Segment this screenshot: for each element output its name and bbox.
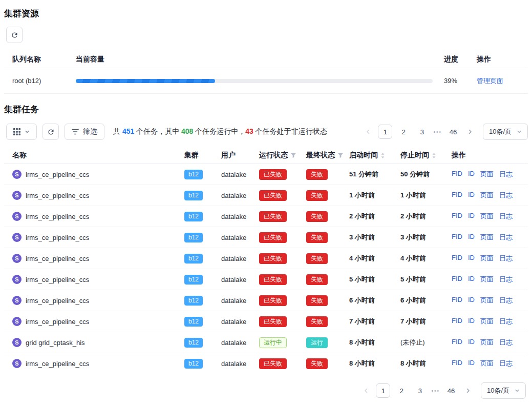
capacity-progress-fill [76,79,215,83]
task-name-cell: S irms_ce_pipeline_ccs [12,296,184,305]
tasks-refresh-button[interactable] [42,124,59,140]
action-link-page[interactable]: 页面 [480,359,494,368]
action-link-page[interactable]: 页面 [480,338,494,347]
action-link-fid[interactable]: FID [452,233,462,242]
action-link-log[interactable]: 日志 [499,359,513,368]
action-link-fid[interactable]: FID [452,317,462,326]
action-link-id[interactable]: ID [468,317,475,326]
pagination-ellipsis[interactable]: ••• [431,388,440,394]
task-actions: FIDID页面日志 [452,170,520,179]
pagination-page-46[interactable]: 46 [444,383,458,398]
action-link-id[interactable]: ID [468,170,475,179]
resources-refresh-button[interactable] [6,27,23,43]
pagination-next[interactable] [462,383,474,398]
action-link-fid[interactable]: FID [452,212,462,221]
task-actions: FIDID页面日志 [452,338,520,347]
action-link-page[interactable]: 页面 [480,212,494,221]
spark-avatar: S [12,191,22,200]
page-size-select[interactable]: 10条/页 [483,124,528,140]
sorter-icon[interactable] [432,152,436,159]
chevron-down-icon [25,129,30,134]
pagination-prev[interactable] [360,383,372,398]
final-status-badge: 失败 [306,316,328,327]
action-link-log[interactable]: 日志 [499,275,513,284]
pagination-page-1[interactable]: 1 [378,125,392,139]
task-actions: FIDID页面日志 [452,233,520,242]
cluster-badge: b12 [184,170,203,179]
action-link-fid[interactable]: FID [452,191,462,200]
col-cluster: 集群 [184,151,221,160]
view-options-button[interactable] [6,124,37,140]
action-link-log[interactable]: 日志 [499,296,513,305]
stop-time: 5 小时前 [400,275,452,284]
task-name-cell: S irms_ce_pipeline_ccs [12,170,184,179]
action-link-id[interactable]: ID [468,296,475,305]
task-name-cell: S irms_ce_pipeline_ccs [12,233,184,242]
run-status-badge: 已失败 [259,190,287,201]
pagination-prev[interactable] [363,125,374,139]
cluster-resources-title: 集群资源 [4,8,528,19]
resources-table-header: 队列名称 当前容量 进度 操作 [4,51,528,68]
spark-avatar: S [12,275,22,284]
pagination-page-1[interactable]: 1 [376,383,390,398]
action-link-log[interactable]: 日志 [499,338,513,347]
spark-avatar: S [12,296,22,305]
action-link-id[interactable]: ID [468,359,475,368]
action-link-page[interactable]: 页面 [480,233,494,242]
pagination-ellipsis[interactable]: ••• [433,129,442,135]
pagination-page-2[interactable]: 2 [394,383,409,398]
running-count: 408 [181,127,193,135]
start-time: 3 小时前 [349,233,400,242]
action-link-fid[interactable]: FID [452,296,462,305]
action-link-id[interactable]: ID [468,338,475,347]
action-link-log[interactable]: 日志 [499,170,513,179]
action-link-fid[interactable]: FID [452,275,462,284]
action-link-fid[interactable]: FID [452,170,462,179]
sorter-icon[interactable] [380,152,385,159]
action-link-id[interactable]: ID [468,191,475,200]
cluster-badge: b12 [184,233,203,242]
filter-funnel-icon[interactable] [290,152,296,158]
manage-page-link[interactable]: 管理页面 [477,77,503,85]
action-link-log[interactable]: 日志 [499,212,513,221]
action-link-id[interactable]: ID [468,212,475,221]
pagination-page-3[interactable]: 3 [413,383,427,398]
action-link-page[interactable]: 页面 [480,170,494,179]
stop-time: (未停止) [400,338,452,347]
action-link-page[interactable]: 页面 [480,296,494,305]
run-status-badge: 已失败 [259,295,287,306]
pagination-page-2[interactable]: 2 [396,125,411,139]
action-link-log[interactable]: 日志 [499,233,513,242]
col-action: 操作 [452,151,520,160]
action-link-fid[interactable]: FID [452,254,462,263]
action-link-page[interactable]: 页面 [480,317,494,326]
cluster-badge: b12 [184,254,203,264]
page-size-select[interactable]: 10条/页 [481,382,526,399]
action-link-page[interactable]: 页面 [480,254,494,263]
task-name-cell: S grid grid_cptask_his [12,338,184,347]
action-link-id[interactable]: ID [468,233,475,242]
task-name: irms_ce_pipeline_ccs [26,234,89,241]
cluster-badge: b12 [184,212,203,221]
filter-button[interactable]: 筛选 [65,124,104,140]
pagination-next[interactable] [464,125,476,139]
queue-row: root (b12) 39% 管理页面 [4,68,528,94]
action-link-log[interactable]: 日志 [499,317,513,326]
action-link-page[interactable]: 页面 [480,191,494,200]
task-name-cell: S irms_ce_pipeline_ccs [12,254,184,263]
filter-funnel-icon[interactable] [337,152,344,158]
pagination-page-46[interactable]: 46 [446,125,460,139]
action-link-fid[interactable]: FID [452,359,462,368]
action-link-log[interactable]: 日志 [499,191,513,200]
task-actions: FIDID页面日志 [452,191,520,200]
task-actions: FIDID页面日志 [452,317,520,326]
pagination-page-3[interactable]: 3 [415,125,429,139]
cluster-badge: b12 [184,359,203,369]
table-row: S grid grid_cptask_his b12 datalake 运行中 … [4,332,528,353]
action-link-page[interactable]: 页面 [480,275,494,284]
action-link-fid[interactable]: FID [452,338,462,347]
summary-text: 共 [113,127,122,135]
action-link-id[interactable]: ID [468,254,475,263]
action-link-log[interactable]: 日志 [499,254,513,263]
action-link-id[interactable]: ID [468,275,475,284]
